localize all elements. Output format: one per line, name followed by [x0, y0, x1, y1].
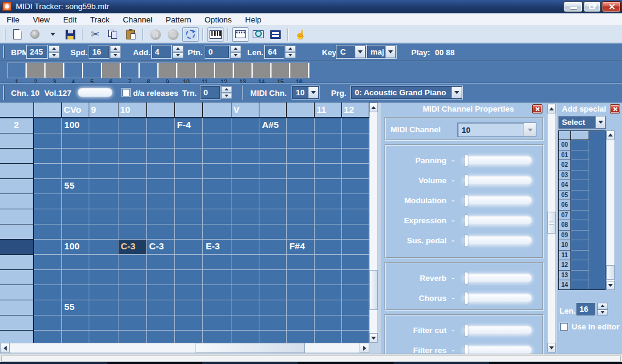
- tracker-row-label[interactable]: [0, 285, 34, 300]
- tracker-cell[interactable]: 55: [62, 300, 89, 315]
- tracker-cell[interactable]: [147, 209, 175, 224]
- tracker-cell[interactable]: [175, 285, 203, 300]
- grid-column-header-cvo[interactable]: CVo: [62, 103, 89, 117]
- sequence-cell-1[interactable]: [8, 63, 26, 78]
- tracker-cell[interactable]: [89, 149, 118, 164]
- tracker-cell[interactable]: [34, 133, 62, 149]
- tracker-cell[interactable]: [287, 209, 315, 224]
- sequence-cell-4[interactable]: [64, 63, 82, 78]
- grid-vertical-scrollbar[interactable]: [369, 103, 378, 343]
- grid-column-header-9[interactable]: 9: [89, 103, 118, 117]
- pause-button[interactable]: [147, 27, 163, 42]
- toolbar-gripper[interactable]: [3, 86, 5, 100]
- tracker-cell[interactable]: [34, 164, 62, 179]
- tracker-cell[interactable]: [89, 133, 118, 149]
- scale-select[interactable]: maj: [367, 46, 396, 58]
- scroll-down-button[interactable]: [606, 281, 615, 290]
- tracker-cell[interactable]: F-4: [175, 118, 203, 133]
- sequence-cell-12[interactable]: [215, 63, 233, 78]
- tracker-cell[interactable]: [287, 164, 315, 179]
- scroll-down-button[interactable]: [369, 333, 378, 343]
- tracker-cell[interactable]: [231, 149, 259, 164]
- tracker-cell[interactable]: [34, 285, 62, 300]
- tracker-cell[interactable]: [62, 285, 89, 300]
- tracker-cell[interactable]: [89, 164, 118, 179]
- tracker-cell[interactable]: [203, 118, 231, 133]
- tracker-cell[interactable]: [315, 118, 342, 133]
- modulation-slider[interactable]: [463, 196, 532, 205]
- midi-channel-select[interactable]: 10: [457, 123, 536, 137]
- tracker-cell[interactable]: [89, 209, 118, 224]
- tracker-cell[interactable]: [175, 133, 203, 149]
- sus-pedal-slider[interactable]: [463, 236, 532, 245]
- tracker-cell[interactable]: [118, 179, 147, 194]
- tracker-cell[interactable]: [287, 270, 315, 285]
- sequence-cell-2[interactable]: [27, 63, 44, 78]
- tracker-cell[interactable]: [287, 118, 315, 133]
- tracker-cell[interactable]: [118, 133, 147, 149]
- tracker-cell[interactable]: [203, 224, 231, 240]
- chevron-down-icon[interactable]: [595, 116, 605, 128]
- minimize-button[interactable]: [564, 1, 583, 12]
- tracker-cell[interactable]: [342, 240, 369, 255]
- slider-thumb[interactable]: [465, 272, 468, 284]
- sequence-cell-13[interactable]: [234, 63, 251, 78]
- close-panel-button[interactable]: [532, 104, 542, 113]
- tracker-cell[interactable]: [315, 300, 342, 315]
- copy-button[interactable]: [104, 27, 121, 42]
- tracker-cell[interactable]: [203, 133, 231, 149]
- tracker-cell[interactable]: [315, 194, 342, 209]
- scroll-up-button[interactable]: [547, 104, 556, 113]
- sequence-cell-14[interactable]: [253, 63, 270, 78]
- tracker-cell[interactable]: [62, 270, 89, 285]
- tracker-row-label[interactable]: [0, 224, 34, 240]
- transpose-stepper[interactable]: [221, 86, 232, 99]
- tracker-cell[interactable]: [259, 255, 287, 270]
- grid-column-header-11[interactable]: 11: [315, 103, 342, 117]
- slider-thumb[interactable]: [465, 195, 468, 206]
- grid-column-header-10[interactable]: 10: [118, 103, 147, 117]
- tracker-cell[interactable]: [259, 331, 287, 343]
- tracker-cell[interactable]: [34, 224, 62, 240]
- tracker-cell[interactable]: [315, 149, 342, 164]
- tracker-cell[interactable]: [231, 255, 259, 270]
- scroll-down-button[interactable]: [547, 343, 556, 352]
- tracker-cell[interactable]: [89, 179, 118, 194]
- find-button[interactable]: [250, 27, 266, 42]
- tracker-cell[interactable]: [118, 224, 147, 240]
- tracker-cell[interactable]: F#4: [287, 240, 315, 255]
- scroll-thumb[interactable]: [369, 270, 378, 310]
- spd-input[interactable]: 16: [89, 46, 109, 58]
- cut-button[interactable]: ✂: [87, 27, 103, 42]
- tracker-cell[interactable]: [259, 240, 287, 255]
- special-vertical-scrollbar[interactable]: [606, 130, 615, 290]
- tracker-cell[interactable]: [175, 194, 203, 209]
- tracker-cell[interactable]: [259, 179, 287, 194]
- tracker-cell[interactable]: [175, 331, 203, 343]
- tracker-cell[interactable]: [147, 331, 175, 343]
- tracker-cell[interactable]: [175, 315, 203, 331]
- transpose-input[interactable]: 0: [200, 86, 220, 99]
- tracker-cell[interactable]: [118, 194, 147, 209]
- tracker-cell[interactable]: [34, 270, 62, 285]
- sequence-cell-10[interactable]: [177, 63, 195, 78]
- tracker-cell[interactable]: [203, 255, 231, 270]
- tracker-cell[interactable]: [147, 118, 175, 133]
- tracker-cell[interactable]: 100: [62, 240, 89, 255]
- tracker-cursor-cell[interactable]: C-3: [118, 240, 147, 255]
- tracker-cell[interactable]: [34, 315, 62, 331]
- tracker-cell[interactable]: [342, 270, 369, 285]
- grid-column-header[interactable]: [259, 103, 287, 117]
- sequence-cell-8[interactable]: [140, 63, 157, 78]
- tracker-cell[interactable]: [259, 315, 287, 331]
- tracker-cell[interactable]: [259, 300, 287, 315]
- tracker-cell[interactable]: [287, 133, 315, 149]
- tracker-cell[interactable]: [231, 224, 259, 240]
- tracker-cell[interactable]: [287, 255, 315, 270]
- tracker-cell[interactable]: [203, 194, 231, 209]
- tracker-cell[interactable]: [259, 164, 287, 179]
- tracker-cell[interactable]: [175, 149, 203, 164]
- sequence-cell-3[interactable]: [46, 63, 63, 78]
- save-button[interactable]: [62, 27, 78, 42]
- panning-slider[interactable]: [463, 156, 532, 165]
